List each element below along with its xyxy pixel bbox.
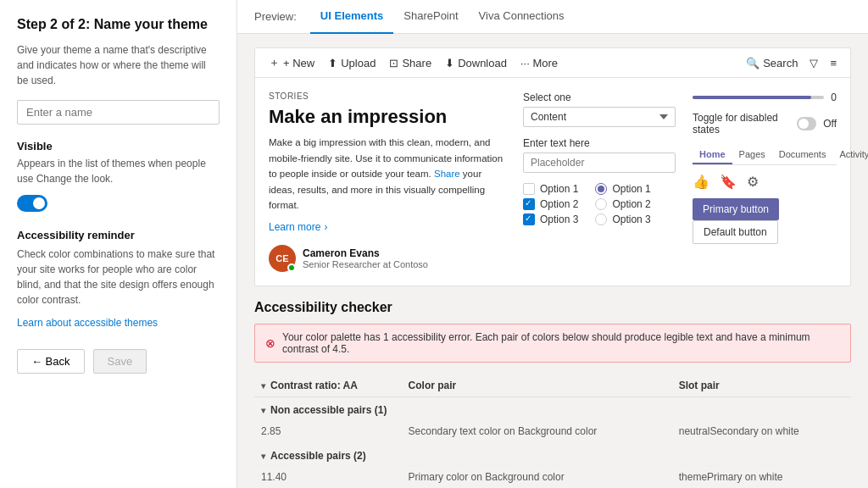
toggle-off-label: Off	[823, 118, 837, 130]
checkbox-row-2: Option 2	[523, 198, 578, 210]
non-accessible-chevron[interactable]: ▾	[261, 406, 265, 415]
new-button[interactable]: ＋ + New	[269, 55, 314, 70]
filter-button[interactable]: ▽	[810, 57, 818, 69]
more-button[interactable]: ··· More	[520, 57, 558, 69]
tab-viva-connections[interactable]: Viva Connections	[469, 0, 575, 34]
checkbox-3-label: Option 3	[540, 214, 578, 225]
col-contrast-label: Contrast ratio: AA	[270, 380, 358, 391]
radio-2-label: Option 2	[612, 198, 650, 210]
checkbox-3[interactable]	[523, 214, 535, 225]
toolbar-right: 🔍 Search ▽ ≡	[746, 57, 837, 69]
radio-3-label: Option 3	[612, 214, 650, 225]
widget-tab-documents[interactable]: Documents	[772, 146, 833, 164]
radio-row-3: Option 3	[595, 214, 650, 225]
color-pair-2[interactable]: Primary color on Background color	[402, 466, 672, 488]
slider-row: 0	[693, 92, 837, 103]
share-link[interactable]: Share	[434, 169, 460, 179]
back-button[interactable]: ← Back	[17, 349, 85, 374]
non-accessible-header: ▾ Non accessible pairs (1)	[254, 397, 851, 420]
radio-3[interactable]	[595, 214, 607, 225]
upload-icon: ⬆	[328, 57, 337, 69]
content-select[interactable]: Content	[523, 107, 676, 127]
ratio-1: 2.85	[254, 420, 402, 443]
radio-group: Option 1 Option 2 Option 3	[595, 183, 650, 234]
share-icon: ⊡	[389, 57, 398, 69]
accessible-label: Accessible pairs (2)	[270, 450, 366, 462]
search-button[interactable]: 🔍 Search	[746, 57, 798, 69]
checkbox-1[interactable]	[523, 183, 535, 195]
slider-track	[693, 96, 824, 99]
checkbox-2[interactable]	[523, 198, 535, 210]
non-accessible-label: Non accessible pairs (1)	[270, 404, 387, 416]
visible-desc: Appears in the list of themes when peopl…	[17, 156, 220, 186]
checkbox-2-label: Option 2	[540, 198, 578, 210]
color-pair-1[interactable]: Secondary text color on Background color	[402, 420, 672, 443]
learn-accessible-link[interactable]: Learn about accessible themes	[17, 317, 158, 329]
filter-icon: ▽	[810, 57, 818, 69]
page-title: Step 2 of 2: Name your theme	[17, 17, 220, 32]
checkbox-1-label: Option 1	[540, 183, 578, 195]
left-panel: Step 2 of 2: Name your theme Give your t…	[0, 0, 237, 488]
menu-icon: ≡	[830, 57, 837, 69]
upload-button[interactable]: ⬆ Upload	[328, 57, 376, 69]
avatar-title: Senior Researcher at Contoso	[303, 259, 428, 269]
tabs-bar: Preview: UI Elements SharePoint Viva Con…	[237, 0, 868, 34]
thumbsup-icon[interactable]: 👍	[693, 174, 709, 190]
radio-1-label: Option 1	[612, 183, 650, 195]
radio-2[interactable]	[595, 198, 607, 210]
disabled-states-toggle[interactable]	[797, 117, 817, 130]
widget-tabs: Home Pages Documents Activity	[693, 146, 837, 165]
text-input[interactable]	[523, 152, 676, 173]
stories-category: STORIES	[269, 92, 506, 101]
avatar-info: Cameron Evans Senior Researcher at Conto…	[303, 247, 428, 269]
visible-label: Visible	[17, 140, 220, 152]
plus-icon: ＋	[269, 55, 280, 70]
error-banner: ⊗ Your color palette has 1 accessibility…	[254, 324, 851, 363]
select-label: Select one	[523, 92, 676, 103]
error-icon: ⊗	[265, 336, 275, 350]
slot-pair-1: neutralSecondary on white	[672, 420, 851, 443]
download-icon: ⬇	[445, 57, 454, 69]
col-slot-pair: Slot pair	[672, 374, 851, 397]
accessibility-reminder-desc: Check color combinations to make sure th…	[17, 247, 220, 308]
default-button[interactable]: Default button	[693, 220, 778, 244]
accessibility-title: Accessibility checker	[254, 300, 851, 315]
more-label: ··· More	[520, 57, 558, 69]
error-message: Your color palette has 1 accessibility e…	[282, 331, 840, 355]
table-row: 11.40 Primary color on Background color …	[254, 466, 851, 488]
theme-name-input[interactable]	[17, 100, 220, 125]
preview-content: STORIES Make an impression Make a big im…	[255, 78, 850, 286]
contrast-chevron[interactable]: ▾	[261, 381, 265, 391]
settings-icon[interactable]: ⚙	[747, 174, 759, 190]
menu-button[interactable]: ≡	[830, 57, 837, 69]
share-label: Share	[402, 57, 431, 69]
right-panel: Preview: UI Elements SharePoint Viva Con…	[237, 0, 868, 488]
bookmark-icon[interactable]: 🔖	[720, 174, 737, 190]
widget-tab-pages[interactable]: Pages	[732, 146, 772, 164]
ratio-2: 11.40	[254, 466, 402, 488]
slider-fill	[693, 96, 811, 99]
preview-section: ＋ + New ⬆ Upload ⊡ Share ⬇ Download ··· …	[237, 34, 868, 286]
stories-body: Make a big impression with this clean, m…	[269, 135, 506, 213]
save-button[interactable]: Save	[93, 349, 147, 374]
checkbox-group: Option 1 Option 2 Option 3	[523, 183, 578, 229]
visible-toggle[interactable]	[17, 195, 47, 212]
toggle-row: Toggle for disabled states Off	[693, 112, 837, 136]
tab-ui-elements[interactable]: UI Elements	[310, 0, 393, 34]
share-button[interactable]: ⊡ Share	[389, 57, 431, 69]
learn-more-link[interactable]: Learn more ›	[269, 221, 506, 233]
widget-tab-activity[interactable]: Activity	[832, 146, 868, 164]
radio-1[interactable]	[595, 183, 607, 195]
download-button[interactable]: ⬇ Download	[445, 57, 507, 69]
accessible-chevron[interactable]: ▾	[261, 452, 265, 461]
table-row: 2.85 Secondary text color on Background …	[254, 420, 851, 443]
primary-button[interactable]: Primary button	[693, 198, 779, 220]
widget-tab-home[interactable]: Home	[693, 146, 732, 164]
checkbox-row-1: Option 1	[523, 183, 578, 195]
tab-sharepoint[interactable]: SharePoint	[393, 0, 468, 34]
accessibility-checker: Accessibility checker ⊗ Your color palet…	[237, 300, 868, 488]
checkbox-row-3: Option 3	[523, 214, 578, 225]
avatar: CE	[269, 245, 296, 272]
preview-label: Preview:	[254, 10, 297, 23]
stories-title: Make an impression	[269, 106, 506, 128]
